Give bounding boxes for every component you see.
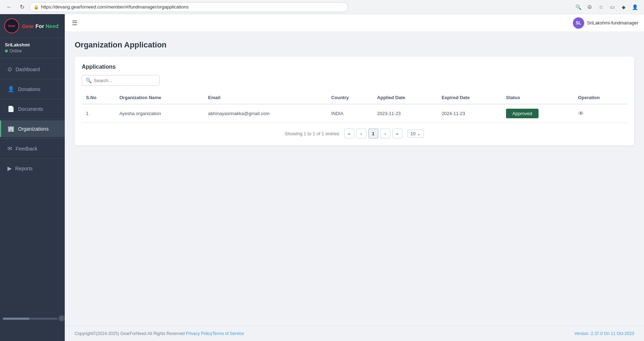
footer-copyright: Copyright©(2024-2025) GearForNeed.All Ri… bbox=[75, 331, 186, 336]
per-page-chevron-icon: ⌄ bbox=[417, 131, 421, 136]
sidebar-scroll-right-arrow[interactable]: › bbox=[58, 315, 65, 322]
avatar: SL bbox=[573, 17, 584, 29]
main-content: Organization Application Applications 🔍 bbox=[65, 32, 644, 341]
cell-status: Approved bbox=[502, 104, 574, 123]
footer: Copyright©(2024-2025) GearForNeed.All Ri… bbox=[65, 326, 644, 341]
donations-icon: 👤 bbox=[7, 86, 15, 92]
documents-icon: 📄 bbox=[7, 106, 15, 112]
browser-reader-button[interactable]: ☮ bbox=[585, 2, 594, 12]
lock-icon: 🔒 bbox=[34, 5, 39, 10]
nav-divider-5 bbox=[0, 158, 65, 159]
col-applied-date: Applied Date bbox=[373, 91, 437, 104]
hamburger-button[interactable]: ☰ bbox=[70, 18, 79, 28]
browser-reload-button[interactable]: ↻ bbox=[17, 2, 27, 12]
sidebar-item-donations[interactable]: 👤 Donations bbox=[0, 81, 65, 97]
col-sno: S.No bbox=[82, 91, 115, 104]
user-info: SriLakshmi Online bbox=[0, 38, 65, 58]
search-icon: 🔍 bbox=[86, 78, 92, 83]
nav-divider-2 bbox=[0, 99, 65, 99]
browser-back-button[interactable]: ← bbox=[4, 2, 14, 12]
sidebar-user-name: SriLakshmi bbox=[5, 42, 60, 47]
footer-links: Privacy PolicyTerms of Service bbox=[186, 331, 244, 336]
cell-sno: 1 bbox=[82, 104, 115, 123]
sidebar-item-label: Donations bbox=[18, 86, 40, 92]
terms-of-service-link[interactable]: Terms of Service bbox=[212, 331, 244, 336]
view-icon[interactable]: 👁 bbox=[578, 110, 584, 116]
pagination-first-button[interactable]: « bbox=[344, 129, 354, 138]
per-page-value: 10 bbox=[410, 131, 415, 136]
sidebar-scroll-area: › bbox=[0, 328, 65, 341]
sidebar-item-label: Organizations bbox=[18, 126, 48, 132]
pagination-row: Showing 1 to 1 of 1 entries « ‹ 1 › » 10… bbox=[82, 129, 627, 138]
search-input[interactable] bbox=[94, 78, 156, 83]
col-status: Status bbox=[502, 91, 574, 104]
top-bar-right: SL SriLakshmi-fundmanager bbox=[573, 17, 638, 29]
browser-profile-button[interactable]: 👤 bbox=[630, 2, 640, 12]
sidebar-scrollbar-thumb[interactable] bbox=[3, 318, 29, 320]
logo-text: Gear For Need bbox=[22, 23, 58, 29]
feedback-icon: ✉ bbox=[7, 145, 12, 152]
browser-extensions-button[interactable]: ◆ bbox=[619, 2, 628, 12]
sidebar-item-feedback[interactable]: ✉ Feedback bbox=[0, 140, 65, 157]
col-expired-date: Expired Date bbox=[437, 91, 502, 104]
table-wrapper: S.No Organization Name Email Country App… bbox=[82, 91, 627, 123]
cell-email: abhinayasrinakka@gmail.com bbox=[204, 104, 327, 123]
table-row: 1 Ayesha organization abhinayasrinakka@g… bbox=[82, 104, 627, 123]
topbar-user-label: SriLakshmi-fundmanager bbox=[587, 20, 638, 25]
nav-divider-3 bbox=[0, 119, 65, 119]
pagination-page-1-button[interactable]: 1 bbox=[368, 129, 378, 138]
sidebar-item-dashboard[interactable]: ⊙ Dashboard bbox=[0, 61, 65, 78]
logo-icon: Gear bbox=[4, 18, 19, 33]
sidebar-item-documents[interactable]: 📄 Documents bbox=[0, 101, 65, 117]
browser-bookmark-button[interactable]: ☆ bbox=[596, 2, 606, 12]
browser-split-button[interactable]: ▭ bbox=[607, 2, 617, 12]
table-header-row: S.No Organization Name Email Country App… bbox=[82, 91, 627, 104]
cell-expired-date: 2024-11-23 bbox=[437, 104, 502, 123]
sidebar: Gear Gear For Need SriLakshmi Online ⊙ D… bbox=[0, 14, 65, 341]
nav-divider-1 bbox=[0, 79, 65, 79]
pagination-last-button[interactable]: » bbox=[392, 129, 402, 138]
footer-left: Copyright©(2024-2025) GearForNeed.All Ri… bbox=[75, 331, 244, 336]
pagination-next-button[interactable]: › bbox=[380, 129, 390, 138]
cell-operation: 👁 bbox=[574, 104, 627, 123]
nav-divider-4 bbox=[0, 138, 65, 139]
online-indicator bbox=[5, 50, 8, 52]
content-area: Organization Application Applications 🔍 bbox=[65, 32, 644, 326]
organizations-icon: 🏢 bbox=[7, 125, 15, 132]
top-bar: ☰ SL SriLakshmi-fundmanager bbox=[65, 14, 644, 32]
sidebar-nav: ⊙ Dashboard 👤 Donations 📄 Documents 🏢 Or… bbox=[0, 58, 65, 328]
cell-country: INDIA bbox=[327, 104, 373, 123]
applications-table: S.No Organization Name Email Country App… bbox=[82, 91, 627, 123]
status-text: Online bbox=[10, 49, 22, 53]
privacy-policy-link[interactable]: Privacy Policy bbox=[186, 331, 212, 336]
status-badge[interactable]: Approved bbox=[506, 109, 539, 118]
col-org-name: Organization Name bbox=[115, 91, 204, 104]
sidebar-item-label: Documents bbox=[18, 106, 43, 112]
page-title: Organization Application bbox=[75, 40, 634, 50]
user-status: Online bbox=[5, 49, 60, 53]
right-panel: ☰ SL SriLakshmi-fundmanager Organization… bbox=[65, 14, 644, 341]
dashboard-icon: ⊙ bbox=[7, 66, 12, 73]
address-bar[interactable]: 🔒 https://devang.gearforneed.com/member/… bbox=[30, 2, 348, 12]
sidebar-item-organizations[interactable]: 🏢 Organizations bbox=[0, 120, 65, 137]
cell-org-name: Ayesha organization bbox=[115, 104, 204, 123]
browser-right-icons: 🔍 ☮ ☆ ▭ ◆ 👤 bbox=[573, 2, 640, 12]
pagination-prev-button[interactable]: ‹ bbox=[356, 129, 366, 138]
app-container: Gear Gear For Need SriLakshmi Online ⊙ D… bbox=[0, 14, 644, 341]
col-email: Email bbox=[204, 91, 327, 104]
card-title: Applications bbox=[82, 64, 627, 70]
footer-version: Version :2.37.0 On 11 Oct-2023 bbox=[574, 331, 634, 336]
cell-applied-date: 2023-11-23 bbox=[373, 104, 437, 123]
browser-search-button[interactable]: 🔍 bbox=[573, 2, 583, 12]
per-page-select[interactable]: 10 ⌄ bbox=[407, 130, 424, 138]
sidebar-scrollbar[interactable] bbox=[3, 318, 58, 320]
url-text: https://devang.gearforneed.com/member/#/… bbox=[41, 4, 189, 10]
sidebar-item-reports[interactable]: ▶ Reports bbox=[0, 160, 65, 177]
col-operation: Operation bbox=[574, 91, 627, 104]
reports-arrow-icon: ▶ bbox=[7, 165, 12, 172]
col-country: Country bbox=[327, 91, 373, 104]
sidebar-logo: Gear Gear For Need bbox=[0, 14, 65, 38]
search-wrapper: 🔍 bbox=[82, 75, 160, 86]
pagination-info: Showing 1 to 1 of 1 entries bbox=[285, 131, 339, 136]
applications-card: Applications 🔍 S.No Organization Nam bbox=[75, 57, 634, 146]
